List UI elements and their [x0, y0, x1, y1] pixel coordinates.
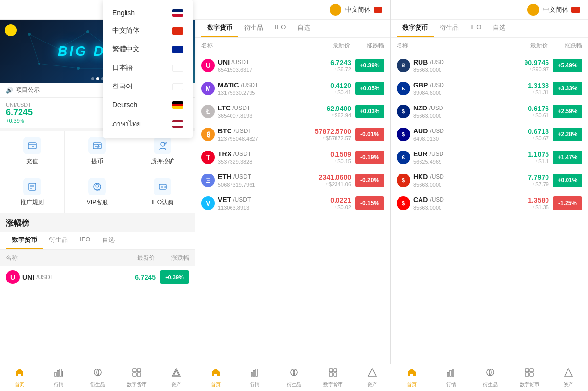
- ieo-label: IEO认购: [151, 198, 173, 207]
- right-tab-derivatives[interactable]: 衍生品: [434, 20, 464, 37]
- middle-flag: [374, 7, 382, 13]
- matic-info-middle: MATIC /USDT 13175930.2795: [218, 81, 298, 96]
- tab-derivatives-left[interactable]: 衍生品: [43, 232, 74, 249]
- middle-tab-digital[interactable]: 数字货币: [201, 20, 238, 37]
- tab-ieo-left[interactable]: IEO: [74, 232, 96, 249]
- svg-rect-59: [525, 373, 529, 376]
- middle-row-eth[interactable]: Ξ ETH /USDT 50687319.7961 2341.0600 ≈$23…: [195, 169, 390, 192]
- nav-digital-label-right: 数字货币: [520, 381, 539, 388]
- middle-row-ltc[interactable]: Ł LTC /USDT 3654007.8193 62.9400 ≈$62.94…: [195, 100, 390, 123]
- trx-icon-middle: T: [201, 151, 215, 164]
- nav-deriv-right[interactable]: 衍生品: [471, 364, 510, 391]
- tab-digital-left[interactable]: 数字货币: [6, 232, 43, 249]
- nzd-info-right: NZD /USD 85663.0000: [413, 104, 495, 119]
- gbp-icon-right: £: [397, 82, 410, 95]
- nav-digital-left[interactable]: 数字货币: [117, 364, 156, 391]
- language-dropdown[interactable]: English 中文简体 繁體中文 日本語 한국어 Deutsch ภาษาไท…: [103, 0, 193, 138]
- lang-option-japanese[interactable]: 日本語: [103, 59, 193, 77]
- right-row-hkd[interactable]: $ HKD /USD 85663.0000 7.7970 ≈$7.79 +0.0…: [391, 169, 588, 192]
- right-tab-digital[interactable]: 数字货币: [397, 20, 434, 37]
- lang-option-german[interactable]: Deutsch: [103, 96, 193, 113]
- middle-tab-watchlist[interactable]: 自选: [292, 20, 316, 37]
- right-logo: [527, 4, 539, 16]
- gbp-info-right: GBP /USD 39084.6000: [413, 81, 495, 96]
- middle-header-name: 名称: [201, 42, 291, 50]
- right-lang-selector[interactable]: 中文简体: [543, 5, 580, 14]
- deposit-label: 充值: [26, 157, 38, 166]
- middle-row-uni[interactable]: U UNI /USDT 6541503.6317 6.7243 ≈$6.72 +…: [195, 54, 390, 77]
- uni-price-main-left: 6.7245: [103, 273, 156, 281]
- svg-text:✓: ✓: [165, 141, 168, 145]
- svg-point-37: [94, 369, 101, 376]
- middle-row-vet[interactable]: V VET /USDT 113063.8913 0.0221 ≈$0.02 -0…: [195, 192, 390, 215]
- lang-option-traditional[interactable]: 繁體中文: [103, 40, 193, 59]
- vip-label: VIP客服: [87, 198, 108, 207]
- middle-row-trx[interactable]: T TRX /USDT 3537329.3828 0.1509 ≈$0.15 -…: [195, 146, 390, 169]
- svg-rect-60: [530, 373, 533, 376]
- action-promo[interactable]: 推广规则: [0, 172, 64, 213]
- nav-market-label-right: 行情: [446, 381, 456, 388]
- lang-label-japanese: 日本語: [112, 64, 133, 72]
- nav-digital-middle[interactable]: 数字货币: [314, 364, 353, 391]
- svg-rect-51: [334, 373, 337, 376]
- middle-tab-derivatives[interactable]: 衍生品: [238, 20, 269, 37]
- hkd-info-right: HKD /USD 85663.0000: [413, 173, 495, 188]
- nav-assets-label-middle: 资产: [367, 381, 377, 388]
- middle-content: U UNI /USDT 6541503.6317 6.7243 ≈$6.72 +…: [195, 54, 390, 364]
- svg-rect-57: [525, 369, 529, 372]
- nav-deriv-left[interactable]: 衍生品: [78, 364, 117, 391]
- right-row-aud[interactable]: $ AUD /USD 6498.0130 0.6718 ≈$0.67 +2.28…: [391, 123, 588, 146]
- middle-row-btc[interactable]: ₿ BTC /USDT 123795048.4827 57872.5700 ≈$…: [195, 123, 390, 146]
- nav-home-middle[interactable]: 首页: [196, 364, 235, 391]
- right-row-nzd[interactable]: $ NZD /USD 85663.0000 0.6176 ≈$0.61 +2.5…: [391, 100, 588, 123]
- left-tab-bar: 数字货币 衍生品 IEO 自选: [0, 232, 195, 250]
- nav-home-right[interactable]: 首页: [392, 364, 431, 391]
- nav-market-middle[interactable]: 行情: [235, 364, 274, 391]
- flag-korean: [172, 83, 183, 90]
- right-row-gbp[interactable]: £ GBP /USD 39084.6000 1.3138 ≈$1.31 +3.3…: [391, 77, 588, 100]
- right-tab-watchlist[interactable]: 自选: [487, 20, 511, 37]
- lang-label-simplified: 中文简体: [112, 26, 140, 35]
- ticker-uni-price: 6.7245: [6, 108, 92, 118]
- nav-digital-right[interactable]: 数字货币: [510, 364, 549, 391]
- ticker-uni-change: +0.39%: [6, 118, 92, 124]
- middle-lang-selector[interactable]: 中文简体: [345, 5, 382, 14]
- nav-home-left[interactable]: 首页: [0, 364, 39, 391]
- right-row-rub[interactable]: ₽ RUB /USD 85663.0000 90.9745 ≈$90.97 +5…: [391, 54, 588, 77]
- action-vip[interactable]: VIP客服: [65, 172, 129, 213]
- lang-option-simplified[interactable]: 中文简体: [103, 22, 193, 40]
- gainers-title: 涨幅榜: [0, 213, 195, 232]
- lang-option-korean[interactable]: 한국어: [103, 77, 193, 96]
- middle-tab-ieo[interactable]: IEO: [269, 20, 292, 37]
- nav-deriv-middle[interactable]: 衍生品: [274, 364, 314, 391]
- right-row-eur[interactable]: € EUR /USD 56625.4969 1.1075 ≈$1.1 +1.47…: [391, 146, 588, 169]
- lang-option-english[interactable]: English: [103, 4, 193, 22]
- nav-assets-middle[interactable]: 资产: [353, 364, 392, 391]
- market-icon-middle: [250, 368, 260, 380]
- nav-assets-right[interactable]: 资产: [549, 364, 588, 391]
- middle-row-matic[interactable]: M MATIC /USDT 13175930.2795 0.4120 ≈$0.4…: [195, 77, 390, 100]
- vip-icon: [88, 178, 106, 196]
- market-icon-right: [446, 368, 456, 380]
- svg-point-30: [96, 184, 99, 187]
- nav-assets-left[interactable]: 资产: [157, 364, 196, 391]
- left-row-uni[interactable]: U UNI /USDT 6.7245 +0.39%: [0, 266, 195, 288]
- tab-watchlist-left[interactable]: 自选: [96, 232, 121, 249]
- nav-market-right[interactable]: 行情: [431, 364, 470, 391]
- action-ieo[interactable]: ICO IEO认购: [130, 172, 195, 213]
- eur-icon-right: €: [397, 151, 410, 164]
- right-tab-ieo[interactable]: IEO: [464, 20, 487, 37]
- nzd-icon-right: $: [397, 105, 410, 118]
- ticker-uni-pair: UNI/USDT: [6, 102, 92, 108]
- lang-option-thai[interactable]: ภาษาไทย: [103, 113, 193, 134]
- nav-section-left: 首页 行情 衍生品: [0, 364, 196, 391]
- nav-digital-label-left: 数字货币: [127, 381, 147, 388]
- rub-info-right: RUB /USD 85663.0000: [413, 58, 495, 73]
- right-flag: [571, 7, 580, 13]
- banner-dot-1: [91, 77, 94, 80]
- right-row-cad[interactable]: $ CAD /USD 85663.0000 1.3580 ≈$1.35 -1.2…: [391, 192, 588, 215]
- svg-rect-36: [62, 371, 63, 376]
- uni-price-left: 6.7245: [103, 273, 156, 281]
- nav-market-left[interactable]: 行情: [39, 364, 78, 391]
- action-deposit[interactable]: 充值: [0, 131, 64, 172]
